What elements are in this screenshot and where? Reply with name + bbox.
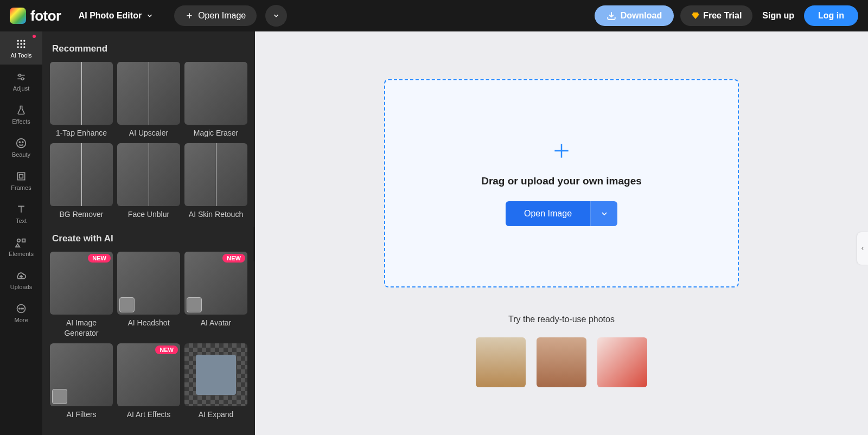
- tool-thumbnail: [184, 143, 247, 206]
- tool-label: AI Art Effects: [117, 410, 180, 419]
- sample-photo[interactable]: [597, 337, 647, 387]
- chevron-down-icon: [600, 209, 609, 218]
- expand-right-panel-button[interactable]: [857, 232, 868, 265]
- tool-label: AI Avatar: [184, 318, 247, 328]
- text-icon: [15, 203, 27, 215]
- tool-thumbnail: [184, 62, 247, 125]
- tool-thumbnail: [50, 62, 113, 125]
- tool-thumbnail: NEW: [50, 252, 113, 315]
- open-image-dropdown[interactable]: [265, 5, 287, 27]
- shapes-icon: [15, 236, 27, 248]
- download-label: Download: [621, 11, 662, 21]
- tool-card-magic-eraser[interactable]: Magic Eraser: [184, 62, 247, 138]
- svg-point-23: [19, 308, 20, 309]
- dropzone-text: Drag or upload your own images: [481, 175, 642, 187]
- more-icon: [15, 303, 27, 315]
- new-badge: NEW: [155, 346, 178, 354]
- tool-card-1-tap-enhance[interactable]: 1-Tap Enhance: [50, 62, 113, 138]
- new-badge: NEW: [222, 254, 245, 263]
- tool-card-bg-remover[interactable]: BG Remover: [50, 143, 113, 219]
- sample-photo[interactable]: [537, 337, 586, 387]
- rail-item-beauty[interactable]: Beauty: [0, 131, 42, 164]
- tool-label: Magic Eraser: [184, 128, 247, 138]
- tool-label: BG Remover: [50, 209, 113, 219]
- tool-card-ai-avatar[interactable]: NEWAI Avatar: [184, 252, 247, 337]
- app-header: fotor AI Photo Editor Open Image Downloa…: [0, 0, 868, 31]
- cloud-icon: [15, 270, 27, 282]
- rail-item-adjust[interactable]: Adjust: [0, 65, 42, 98]
- editor-mode-select[interactable]: AI Photo Editor: [75, 11, 157, 21]
- tool-thumbnail: [50, 343, 113, 406]
- sample-photo[interactable]: [476, 337, 526, 387]
- rail-label: Beauty: [12, 151, 30, 158]
- rail-item-frames[interactable]: Frames: [0, 164, 42, 197]
- svg-point-4: [20, 40, 22, 41]
- tool-card-ai-expand[interactable]: AI Expand: [184, 343, 247, 419]
- tool-card-ai-skin-retouch[interactable]: AI Skin Retouch: [184, 143, 247, 219]
- open-image-button-main[interactable]: Open Image: [506, 201, 590, 226]
- canvas-area: Drag or upload your own images Open Imag…: [255, 31, 868, 435]
- svg-point-6: [17, 43, 19, 44]
- tool-label: 1-Tap Enhance: [50, 128, 113, 138]
- tool-label: AI Skin Retouch: [184, 209, 247, 219]
- try-samples-label: Try the ready-to-use photos: [508, 315, 615, 324]
- tool-thumbnail: [117, 62, 180, 125]
- rail-label: More: [14, 317, 28, 323]
- rail-item-text[interactable]: Text: [0, 197, 42, 230]
- rail-item-ai-tools[interactable]: AI Tools: [0, 31, 42, 65]
- tool-rail: AI ToolsAdjustEffectsBeautyFramesTextEle…: [0, 31, 42, 435]
- login-button[interactable]: Log in: [804, 5, 858, 26]
- mini-preview-icon: [187, 297, 202, 312]
- diamond-icon: [691, 11, 700, 20]
- rail-item-elements[interactable]: Elements: [0, 230, 42, 263]
- tool-label: AI Headshot: [117, 318, 180, 328]
- mini-preview-icon: [52, 389, 67, 404]
- tool-card-ai-upscaler[interactable]: AI Upscaler: [117, 62, 180, 138]
- svg-rect-19: [17, 172, 24, 180]
- svg-point-18: [22, 142, 23, 143]
- face-icon: [15, 137, 27, 149]
- open-image-dropdown-main[interactable]: [590, 201, 617, 226]
- tool-card-face-unblur[interactable]: Face Unblur: [117, 143, 180, 219]
- flask-icon: [15, 104, 27, 116]
- logo[interactable]: fotor: [10, 8, 61, 24]
- plus-icon: [551, 140, 572, 161]
- svg-point-8: [23, 43, 25, 44]
- open-image-button[interactable]: Open Image: [174, 5, 257, 26]
- svg-point-13: [18, 74, 21, 76]
- svg-point-17: [19, 142, 20, 143]
- tool-thumbnail: [117, 143, 180, 206]
- rail-item-more[interactable]: More: [0, 296, 42, 329]
- tool-thumbnail: [117, 252, 180, 315]
- svg-point-11: [23, 46, 25, 48]
- tool-card-ai-filters[interactable]: AI Filters: [50, 343, 113, 419]
- svg-point-10: [20, 46, 22, 48]
- signup-link[interactable]: Sign up: [759, 11, 797, 21]
- rail-label: Frames: [11, 184, 31, 191]
- download-icon: [607, 11, 616, 21]
- rail-label: Text: [16, 218, 27, 224]
- rail-label: AI Tools: [11, 52, 32, 59]
- upload-dropzone[interactable]: Drag or upload your own images Open Imag…: [384, 79, 739, 287]
- rail-item-effects[interactable]: Effects: [0, 98, 42, 131]
- tool-grid: NEWAI Image GeneratorAI HeadshotNEWAI Av…: [50, 252, 247, 419]
- tool-card-ai-art-effects[interactable]: NEWAI Art Effects: [117, 343, 180, 419]
- free-trial-button[interactable]: Free Trial: [680, 5, 752, 26]
- open-image-label: Open Image: [198, 11, 246, 21]
- svg-point-24: [21, 308, 22, 309]
- rail-label: Adjust: [13, 85, 30, 92]
- tool-card-ai-image-generator[interactable]: NEWAI Image Generator: [50, 252, 113, 337]
- tool-label: AI Upscaler: [117, 128, 180, 138]
- open-image-row: Open Image: [506, 201, 617, 226]
- tool-thumbnail: NEW: [184, 252, 247, 315]
- rail-item-uploads[interactable]: Uploads: [0, 263, 42, 296]
- download-button[interactable]: Download: [595, 5, 674, 26]
- tool-label: Face Unblur: [117, 209, 180, 219]
- editor-mode-label: AI Photo Editor: [79, 11, 142, 21]
- svg-point-5: [23, 40, 25, 41]
- svg-point-9: [17, 46, 19, 48]
- logo-icon: [10, 8, 26, 24]
- tool-card-ai-headshot[interactable]: AI Headshot: [117, 252, 180, 337]
- chevron-down-icon: [272, 12, 280, 20]
- sample-row: [476, 337, 647, 387]
